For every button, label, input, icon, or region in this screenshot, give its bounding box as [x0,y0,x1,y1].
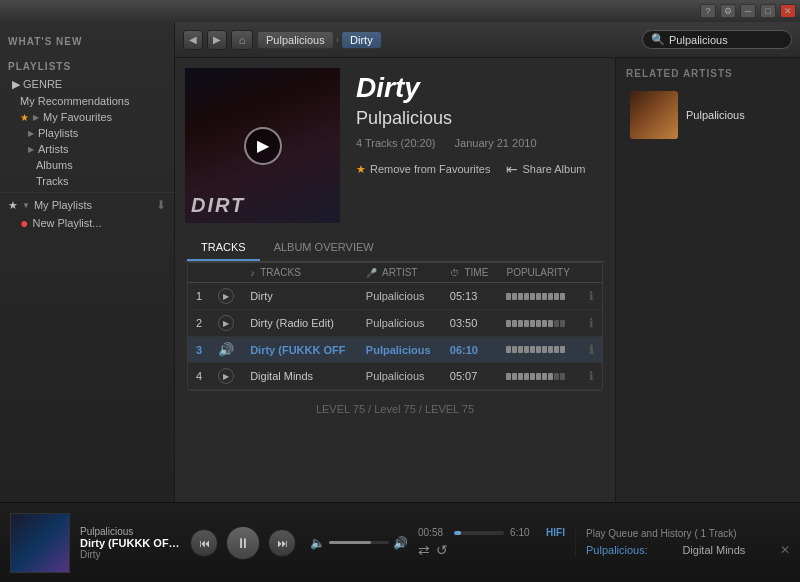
settings-button[interactable]: ⚙ [720,4,736,18]
track-title[interactable]: Digital Minds [242,363,358,390]
breadcrumb: Pulpalicious › Dirty [257,31,638,49]
track-title[interactable]: Dirty (Radio Edit) [242,310,358,337]
track-artist[interactable]: Pulpalicious [358,363,442,390]
play-circle-0[interactable]: ▶ [218,288,234,304]
progress-fill [454,531,461,535]
volume-track[interactable] [329,541,389,544]
sidebar-item-new-playlist[interactable]: ● New Playlist... [0,214,174,232]
progress-track[interactable] [454,531,504,535]
info-icon[interactable]: ℹ [589,343,594,357]
info-icon[interactable]: ℹ [589,369,594,383]
track-info[interactable]: ℹ [581,337,602,363]
play-cell[interactable]: ▶ [210,310,242,337]
share-icon: ⇤ [506,161,518,177]
play-circle-1[interactable]: ▶ [218,315,234,331]
breadcrumb-pulpalicious[interactable]: Pulpalicious [257,31,334,49]
tab-album-overview[interactable]: ALBUM OVERVIEW [260,235,388,261]
track-info[interactable]: ℹ [581,363,602,390]
home-button[interactable]: ⌂ [231,30,253,50]
remove-fav-button[interactable]: ★ Remove from Favourites [356,163,490,176]
col-artist: 🎤 ARTIST [358,263,442,283]
track-title[interactable]: Dirty [242,283,358,310]
close-button[interactable]: ✕ [780,4,796,18]
player-info: Pulpalicious Dirty (FUKKK OFF r... Dirty [80,526,180,560]
info-icon[interactable]: ℹ [589,316,594,330]
search-input[interactable] [669,34,779,46]
maximize-button[interactable]: □ [760,4,776,18]
navbar: ◀ ▶ ⌂ Pulpalicious › Dirty 🔍 [175,22,800,58]
queue-track[interactable]: Digital Minds [682,544,745,556]
back-button[interactable]: ◀ [183,30,203,50]
info-icon[interactable]: ℹ [589,289,594,303]
level-text: LEVEL 75 / Level 75 / LEVEL 75 [185,391,605,427]
help-button[interactable]: ? [700,4,716,18]
track-info[interactable]: ℹ [581,310,602,337]
sidebar-item-genre[interactable]: ▶ GENRE [0,76,174,93]
track-time: 06:10 [442,337,499,363]
table-row: 4 ▶ Digital Minds Pulpalicious 05:07 ℹ [188,363,602,390]
queue-close-button[interactable]: ✕ [780,543,790,557]
breadcrumb-dirty[interactable]: Dirty [341,31,382,49]
album-artist[interactable]: Pulpalicious [356,108,605,129]
track-artist[interactable]: Pulpalicious [358,283,442,310]
col-info [581,263,602,283]
repeat-button[interactable]: ↺ [436,542,448,558]
track-artist[interactable]: Pulpalicious [358,310,442,337]
album-art: DIRT ▶ [185,68,340,223]
sidebar-item-artists[interactable]: ▶ Artists [0,141,174,157]
track-popularity [498,363,581,390]
shuffle-button[interactable]: ⇄ [418,542,430,558]
my-playlists-label[interactable]: ★ ▼ My Playlists [8,199,92,212]
queue-item: Pulpalicious: Digital Minds ✕ [586,543,790,557]
search-box[interactable]: 🔍 [642,30,792,49]
sidebar-item-favourites[interactable]: ★ ▶ My Favourites [0,109,174,125]
queue-area: Play Queue and History ( 1 Track) Pulpal… [575,528,790,557]
track-num: 4 [188,363,210,390]
volume-fill [329,541,371,544]
track-info[interactable]: ℹ [581,283,602,310]
sidebar-item-playlists[interactable]: ▶ Playlists [0,125,174,141]
album-play-overlay[interactable]: ▶ [244,127,282,165]
hifi-badge: HIFI [546,527,565,538]
album-date: January 21 2010 [455,137,537,149]
forward-button[interactable]: ▶ [207,30,227,50]
track-popularity [498,337,581,363]
star2-icon: ★ [8,199,18,212]
album-info: Dirty Pulpalicious 4 Tracks (20:20) Janu… [356,68,605,223]
sidebar-item-albums[interactable]: Albums [0,157,174,173]
tab-tracks[interactable]: TRACKS [187,235,260,261]
content-area: DIRT ▶ Dirty Pulpalicious 4 Tracks (20:2… [175,58,800,502]
sidebar: WHAT'S NEW PLAYLISTS ▶ GENRE My Recommen… [0,22,175,502]
sidebar-item-tracks[interactable]: Tracks [0,173,174,189]
related-artist-name: Pulpalicious [686,109,745,121]
genre-label: ▶ GENRE [12,78,62,91]
related-artist-item[interactable]: Pulpalicious [626,87,790,143]
breadcrumb-sep: › [336,34,339,45]
next-button[interactable]: ⏭ [268,529,296,557]
track-title[interactable]: Dirty (FUKKK OFF [242,337,358,363]
related-thumb-image [630,91,678,139]
sidebar-item-recommendations[interactable]: My Recommendations [0,93,174,109]
mic-icon: 🎤 [366,268,377,278]
artists-label: Artists [38,143,69,155]
play-cell[interactable]: ▶ [210,283,242,310]
minimize-button[interactable]: ─ [740,4,756,18]
col-time: ⏱ TIME [442,263,499,283]
track-artist[interactable]: Pulpalicious [358,337,442,363]
right-panel: RELATED ARTISTS Pulpalicious [615,58,800,502]
volume-icon[interactable]: 🔈 [310,536,325,550]
add-playlist-icon[interactable]: ⬇ [156,198,166,212]
pause-button[interactable]: ⏸ [226,526,260,560]
col-num [188,263,210,283]
queue-title: Play Queue and History ( 1 Track) [586,528,790,539]
queue-artist[interactable]: Pulpalicious: [586,544,648,556]
table-row: 1 ▶ Dirty Pulpalicious 05:13 ℹ [188,283,602,310]
share-album-button[interactable]: ⇤ Share Album [506,161,585,177]
play-cell[interactable]: 🔊 [210,337,242,363]
prev-button[interactable]: ⏮ [190,529,218,557]
play-cell[interactable]: ▶ [210,363,242,390]
track-num: 2 [188,310,210,337]
new-playlist-label: New Playlist... [32,217,101,229]
play-circle-3[interactable]: ▶ [218,368,234,384]
col-tracks: ♪ TRACKS [242,263,358,283]
